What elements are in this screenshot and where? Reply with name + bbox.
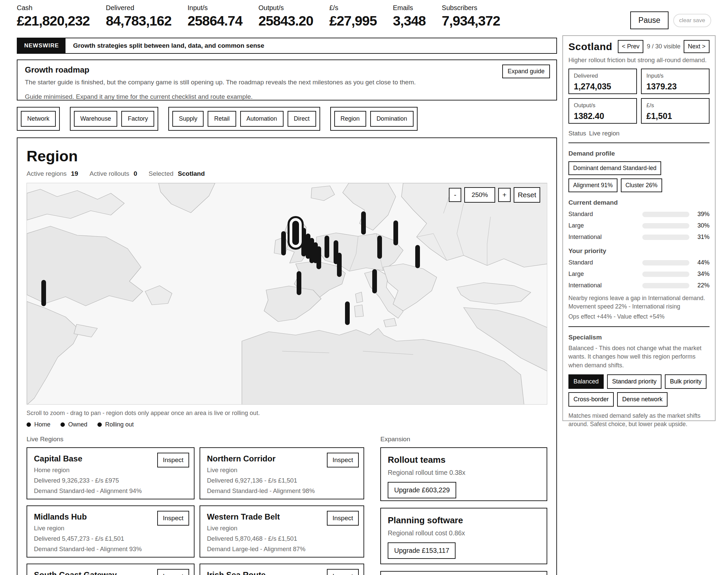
region-marker[interactable]	[372, 269, 377, 293]
tab-network[interactable]: Network	[21, 111, 56, 127]
expand-guide-button[interactable]: Expand guide	[502, 65, 550, 78]
region-marker[interactable]	[415, 245, 420, 268]
upgrade-planning-software-button[interactable]: Upgrade £153,117	[388, 542, 455, 559]
tab-domination[interactable]: Domination	[370, 111, 414, 127]
expansion-card-title: Rollout teams	[388, 455, 540, 465]
divider	[568, 142, 709, 143]
next-region-button[interactable]: Next >	[684, 40, 709, 53]
region-card-delivered: Delivered 5,457,273 - £/s £1,501	[34, 535, 187, 542]
region-marker-selected[interactable]	[292, 221, 299, 245]
bar-track	[642, 235, 689, 240]
region-marker[interactable]	[361, 211, 366, 235]
inspect-button[interactable]: Inspect	[157, 511, 189, 526]
page-title: Region	[27, 147, 547, 165]
tab-warehouse[interactable]: Warehouse	[74, 111, 117, 127]
tab-retail[interactable]: Retail	[208, 111, 236, 127]
specialism-balanced-button[interactable]: Balanced	[568, 374, 604, 389]
region-marker[interactable]	[316, 246, 321, 269]
bar-track	[642, 212, 689, 217]
legend-home: Home	[27, 421, 50, 428]
effects-note: Ops effect +44% - Value effect +54%	[568, 312, 709, 321]
status-label: Status	[568, 130, 586, 137]
sidebar-stat-output: Output/s 1382.40	[568, 98, 637, 124]
inspect-button[interactable]: Inspect	[157, 453, 189, 468]
meta-label: Active rollouts	[90, 170, 129, 177]
stat-value: £27,995	[329, 13, 377, 29]
stat-money-rate: £/s £27,995	[329, 4, 377, 29]
stat-label: Input/s	[646, 73, 704, 79]
stat-cash: Cash £21,820,232	[17, 4, 90, 29]
specialism-bulk-priority-button[interactable]: Bulk priority	[665, 374, 706, 389]
stat-value: 25843.20	[258, 13, 313, 29]
live-regions-grid: Capital Base Inspect Home region Deliver…	[27, 447, 370, 575]
stat-label: Output/s	[258, 4, 313, 12]
region-marker[interactable]	[301, 228, 306, 257]
stat-value: 1379.23	[646, 82, 704, 92]
owned-dot-icon	[61, 422, 65, 427]
legend-label: Owned	[68, 421, 88, 428]
top-controls: Pause clear save	[630, 11, 711, 29]
inspect-button[interactable]: Inspect	[327, 569, 359, 575]
region-panel: Region Active regions 19 Active rollouts…	[17, 137, 557, 575]
expansion-card-planning-software: Planning software Regional rollout cost …	[380, 508, 547, 564]
map-zoom-in-button[interactable]: +	[498, 188, 511, 202]
map-legend: Home Owned Rolling out	[27, 421, 547, 428]
roadmap-note: Guide minimised. Expand it any time for …	[25, 93, 549, 100]
tab-automation[interactable]: Automation	[240, 111, 283, 127]
bar-percent: 31%	[689, 234, 709, 241]
bar-track	[642, 272, 689, 277]
legend-label: Rolling out	[105, 421, 134, 428]
region-marker[interactable]	[393, 221, 398, 245]
stat-value: £21,820,232	[17, 13, 90, 29]
demand-note: Nearby regions leave a gap in Internatio…	[568, 294, 709, 311]
clear-save-button[interactable]: clear save	[673, 14, 711, 27]
map-zoom-controls: - 250% + Reset	[449, 187, 540, 203]
region-card-delivered: Delivered 6,927,136 - £/s £1,501	[207, 477, 357, 484]
tab-supply[interactable]: Supply	[172, 111, 204, 127]
region-card-delivered: Delivered 5,870,468 - £/s £1,501	[207, 535, 357, 542]
expansion-column: Expansion Rollout teams Regional rollout…	[380, 436, 547, 575]
map-zoom-out-button[interactable]: -	[449, 188, 461, 202]
stat-label: Delivered	[574, 73, 632, 79]
stat-value: 84,783,162	[106, 13, 171, 29]
region-marker[interactable]	[377, 236, 382, 259]
stat-value: £1,501	[646, 111, 704, 121]
inspect-button[interactable]: Inspect	[327, 511, 359, 526]
world-map[interactable]: - 250% + Reset	[27, 183, 547, 405]
priority-bar-standard: Standard 44%	[568, 259, 709, 266]
map-markers	[27, 183, 547, 404]
region-card-demand: Demand Standard-led - Alignment 98%	[207, 487, 357, 495]
region-card-status: Live region	[34, 525, 187, 532]
map-reset-button[interactable]: Reset	[514, 187, 540, 203]
tab-region[interactable]: Region	[334, 111, 366, 127]
region-marker[interactable]	[281, 231, 286, 256]
demand-bar-standard: Standard 39%	[568, 211, 709, 218]
your-priority-heading: Your priority	[568, 247, 709, 255]
region-card-status: Live region	[207, 467, 357, 474]
specialism-standard-priority-button[interactable]: Standard priority	[607, 374, 661, 389]
specialism-cross-border-button[interactable]: Cross-border	[568, 392, 614, 407]
stat-label: £/s	[329, 4, 377, 12]
specialism-dense-network-button[interactable]: Dense network	[617, 392, 667, 407]
dominant-demand-chip: Dominant demand Standard-led	[568, 161, 661, 175]
prev-region-button[interactable]: < Prev	[618, 40, 644, 53]
tab-direct[interactable]: Direct	[287, 111, 316, 127]
region-card-midlands-hub: Midlands Hub Inspect Live region Deliver…	[27, 505, 195, 557]
meta-label: Active regions	[27, 170, 67, 177]
inspect-button[interactable]: Inspect	[327, 453, 359, 468]
region-marker[interactable]	[324, 236, 329, 258]
region-marker[interactable]	[345, 301, 350, 325]
region-card-demand: Demand Standard-led - Alignment 93%	[34, 545, 187, 553]
region-marker[interactable]	[337, 253, 342, 277]
tab-factory[interactable]: Factory	[121, 111, 154, 127]
active-regions-count: 19	[71, 170, 78, 177]
region-marker[interactable]	[297, 271, 301, 295]
map-hint: Scroll to zoom - drag to pan - region do…	[27, 410, 547, 417]
inspect-button[interactable]: Inspect	[157, 569, 189, 575]
pause-button[interactable]: Pause	[630, 11, 668, 29]
map-zoom-level: 250%	[464, 187, 495, 203]
region-card-capital-base: Capital Base Inspect Home region Deliver…	[27, 447, 195, 499]
upgrade-rollout-teams-button[interactable]: Upgrade £603,229	[388, 482, 456, 498]
region-marker[interactable]	[41, 280, 46, 306]
demand-bar-large: Large 30%	[568, 222, 709, 229]
